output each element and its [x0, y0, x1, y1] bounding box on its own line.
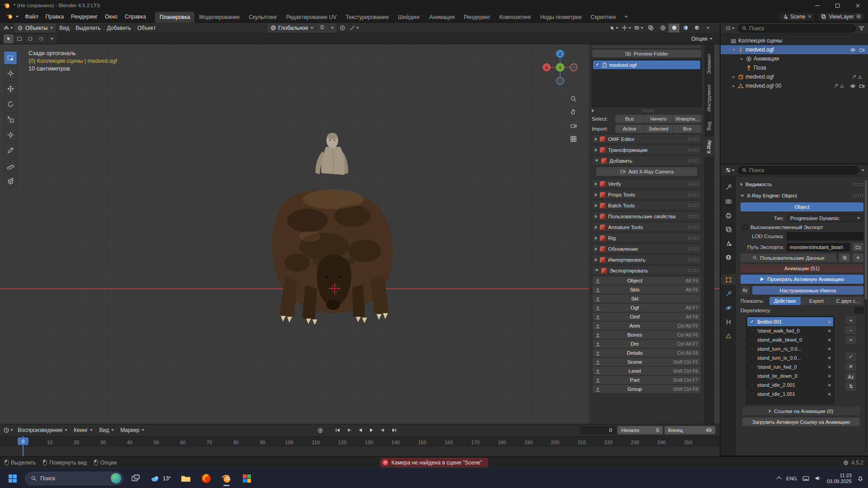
jump-to-end-button[interactable]	[390, 426, 399, 434]
animation-checkbox[interactable]	[749, 373, 755, 379]
start-button[interactable]	[5, 470, 21, 487]
stand_turn_ls_0.0...[interactable]: stand_turn_ls_0.0... ✕	[747, 353, 833, 362]
medved.ogf[interactable]: medved.ogf	[593, 61, 700, 69]
tool-add-primitive[interactable]	[4, 174, 17, 188]
mode-dropdown[interactable]: Объекты	[14, 23, 56, 33]
expander-icon[interactable]: ▸	[731, 75, 736, 79]
type-dropdown[interactable]: Progressive Dynamic	[787, 214, 863, 222]
prev-keyframe-button[interactable]	[344, 426, 354, 434]
select-mode-lasso-button[interactable]	[36, 34, 46, 43]
workspace-tab[interactable]: Шейдинг	[393, 12, 425, 23]
timeline-menu-item[interactable]: Маркер	[117, 426, 147, 435]
blender-app-button[interactable]	[218, 470, 235, 487]
stand_idle_1.001[interactable]: stand_idle_1.001 ✕	[747, 389, 833, 399]
export-operator-button[interactable]: Ogf Alt F7	[593, 304, 701, 312]
notification-bell-icon[interactable]	[857, 475, 863, 482]
shading-material-button[interactable]	[680, 23, 691, 33]
!stand_walk_fwd_0[interactable]: !stand_walk_fwd_0 ✕	[747, 326, 833, 335]
check-all-button[interactable]: ✓	[845, 352, 856, 361]
timeline-menu-item[interactable]: Воспроизведение	[14, 426, 71, 435]
show-filter-option[interactable]: С двух с...	[832, 297, 863, 305]
timeline-ruler[interactable]: 0102030405060708090100110120130140150160…	[0, 436, 720, 447]
selectability-dropdown[interactable]	[609, 23, 619, 33]
tool-select-box[interactable]	[4, 51, 17, 65]
workspace-tab[interactable]: Рендеринг	[459, 12, 495, 23]
tab-render[interactable]	[721, 196, 736, 206]
workspace-tab[interactable]: Анимация	[425, 12, 459, 23]
sort-az-button[interactable]: Az	[845, 372, 856, 381]
stand_walk_bkwd_0[interactable]: stand_walk_bkwd_0 ✕	[747, 335, 833, 344]
timeline-editor-type-button[interactable]	[3, 426, 14, 435]
scene-selector[interactable]: Scene ✕	[779, 12, 815, 21]
outliner-row[interactable]: ▸ medved.ogf 00	[721, 81, 868, 90]
new-viewlayer-icon[interactable]	[856, 14, 861, 19]
uncheck-all-button[interactable]: ✕	[845, 362, 856, 371]
userdata-copy-button[interactable]	[839, 253, 850, 262]
animation-checkbox[interactable]	[749, 346, 755, 352]
panel-section-header[interactable]: Armature Tools	[592, 222, 702, 232]
tab-modifiers[interactable]	[721, 288, 736, 299]
timeline-track-area[interactable]	[0, 447, 720, 457]
list-resize-grip[interactable]	[592, 108, 702, 113]
!stand_run_fwd_0[interactable]: !stand_run_fwd_0 ✕	[747, 362, 833, 371]
export-operator-button[interactable]: Skl	[593, 295, 701, 303]
export-operator-button[interactable]: Object Alt F5	[593, 277, 701, 285]
playhead-frame-badge[interactable]: 0	[18, 437, 28, 445]
topbar-menu-item[interactable]: Правка	[42, 12, 68, 22]
tab-scene[interactable]	[721, 238, 736, 249]
axis-y-label[interactable]: Y	[559, 66, 561, 70]
select-mode-box-button[interactable]	[14, 34, 24, 43]
auto-keying-button[interactable]	[316, 426, 325, 434]
expander-icon[interactable]: ▸	[731, 84, 736, 88]
tab-tool[interactable]	[721, 182, 736, 192]
timeline-menu-item[interactable]: Вид	[96, 426, 117, 435]
xray-section-header[interactable]: X-Ray Engine: Object	[741, 191, 863, 200]
panel-section-add[interactable]: Добавить	[592, 156, 702, 165]
import-option-button[interactable]: Active	[615, 125, 644, 133]
editor-type-button[interactable]	[3, 23, 14, 33]
viewport-menu-item[interactable]: Выделить	[72, 23, 104, 33]
workspace-tab[interactable]: Скульптинг	[244, 12, 282, 23]
filter-funnel-icon[interactable]	[859, 25, 864, 31]
export-operator-button[interactable]: Dm Ctrl Alt F7	[593, 340, 701, 348]
unlink-scene-icon[interactable]: ✕	[808, 14, 811, 19]
hide-toggle[interactable]	[849, 83, 856, 89]
frame-end-field[interactable]: Конец49	[665, 426, 715, 434]
colored-grid-app-button[interactable]	[239, 470, 255, 487]
remove-animation-button[interactable]: ✕	[828, 374, 831, 379]
visibility-section-header[interactable]: Видимость	[741, 180, 863, 189]
animation-checkbox[interactable]	[749, 355, 755, 361]
falloff-dropdown[interactable]	[349, 23, 360, 33]
remove-animation-button[interactable]: ✕	[828, 356, 831, 361]
outliner-search-input[interactable]: Поиск	[738, 24, 856, 33]
export-operator-button[interactable]: Bones Ctrl Alt F6	[593, 331, 701, 339]
dependency-field[interactable]	[854, 307, 863, 314]
3d-viewport[interactable]: Сзади ортогональ (0) Коллекция сцены | m…	[0, 44, 720, 424]
add-animation-button[interactable]: +	[845, 316, 856, 324]
maximize-button[interactable]	[827, 0, 848, 11]
panel-section-header[interactable]: Verify	[592, 179, 702, 188]
zoom-button[interactable]	[568, 93, 579, 104]
tool-measure[interactable]	[4, 159, 17, 172]
current-frame-field[interactable]: 0	[580, 426, 616, 434]
hide-toggle[interactable]	[849, 47, 856, 53]
viewport-menu-item[interactable]: Добавить	[104, 23, 134, 33]
import-option-button[interactable]: Selected	[644, 125, 673, 133]
outliner-row[interactable]: Коллекция сцены	[721, 36, 868, 45]
animation-checkbox[interactable]	[749, 391, 755, 397]
userdata-clear-button[interactable]: ✕	[853, 253, 863, 262]
properties-editor-type-button[interactable]	[724, 166, 735, 175]
outliner-row[interactable]: ▸ medved.ogf	[721, 72, 868, 81]
tray-expand-chevron[interactable]	[776, 476, 781, 481]
ortho-toggle-button[interactable]	[568, 133, 579, 144]
tab-object[interactable]	[721, 274, 736, 285]
remove-animation-button[interactable]: −	[845, 326, 856, 334]
axis-z-label[interactable]: Z	[559, 52, 561, 56]
select-option-button[interactable]: Ничего	[644, 115, 673, 123]
animation-checkbox[interactable]	[749, 364, 755, 370]
select-mode-extra-button[interactable]	[47, 34, 57, 43]
file-explorer-button[interactable]	[178, 470, 194, 487]
error-toast[interactable]: ✕ Камера не найдена в сцене "Scene"	[380, 458, 488, 467]
tab-object-data[interactable]	[721, 330, 736, 341]
render-toggle[interactable]	[858, 47, 865, 53]
